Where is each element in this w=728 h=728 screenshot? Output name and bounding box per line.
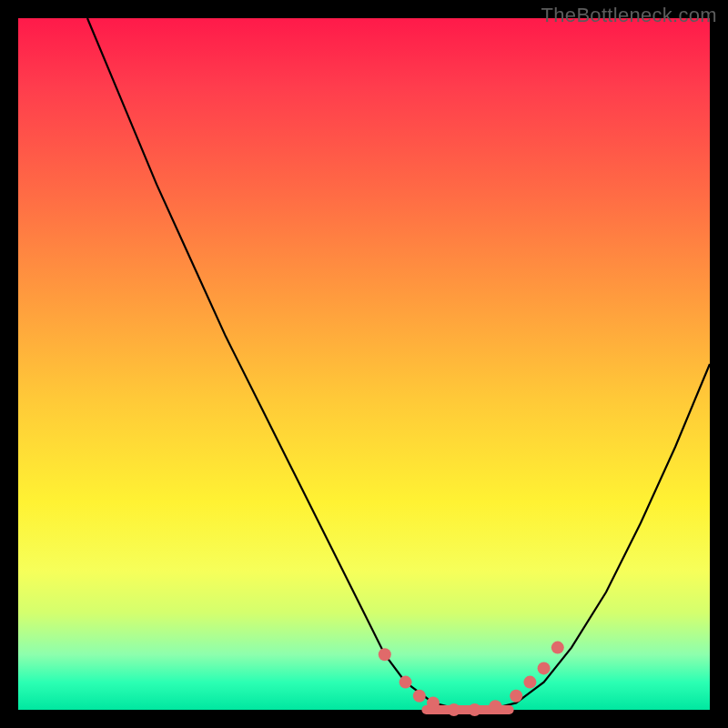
- marker-dot: [523, 676, 536, 689]
- marker-dot: [427, 696, 440, 709]
- marker-dot: [379, 648, 391, 661]
- bottleneck-curve: [87, 18, 710, 710]
- chart-svg: [18, 18, 710, 710]
- marker-dots-group: [379, 642, 564, 716]
- marker-dot: [413, 690, 426, 703]
- marker-dot: [551, 642, 564, 654]
- marker-dot: [469, 703, 481, 716]
- marker-dot: [510, 690, 522, 703]
- marker-dot: [448, 703, 460, 716]
- watermark-text: TheBottleneck.com: [541, 4, 717, 27]
- marker-dot: [399, 676, 412, 689]
- marker-dot: [538, 662, 551, 674]
- marker-dot: [489, 700, 501, 713]
- chart-canvas: [18, 18, 710, 710]
